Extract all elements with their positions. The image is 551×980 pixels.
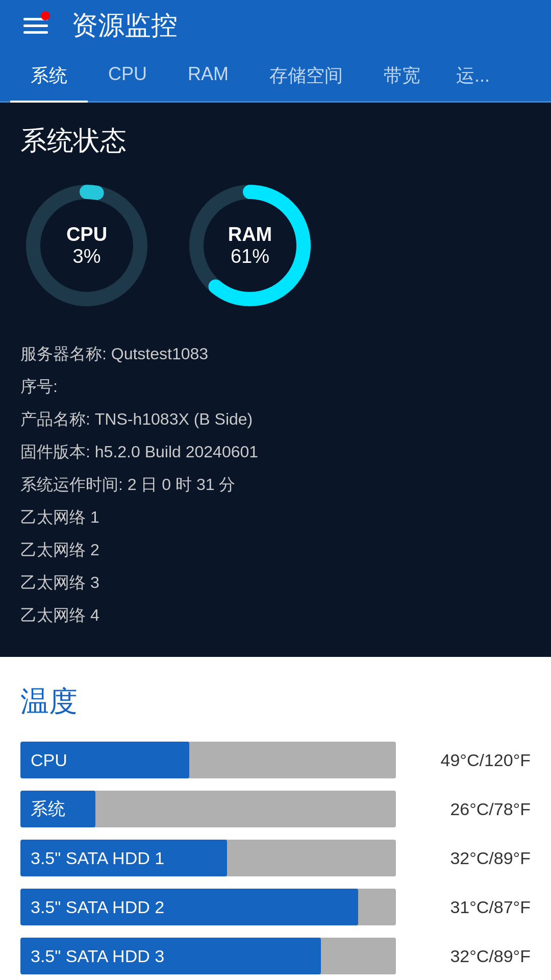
tab-cpu[interactable]: CPU <box>88 51 167 103</box>
temp-bar-fill: CPU <box>20 742 189 778</box>
network-3: 乙太网络 3 <box>20 566 531 599</box>
ram-gauge-value: 61% <box>231 246 269 267</box>
server-name-value: Qutstest1083 <box>111 345 208 363</box>
temp-bar-fill: 系统 <box>20 791 95 827</box>
tab-ram[interactable]: RAM <box>167 51 249 103</box>
temp-row: 3.5" SATA HDD 231°C/87°F <box>20 889 531 925</box>
cpu-gauge: CPU 3% <box>20 179 153 312</box>
temperature-section: 温度 CPU49°C/120°F系统26°C/78°F3.5" SATA HDD… <box>0 657 551 980</box>
product-label: 产品名称: <box>20 410 90 428</box>
temp-bar-fill: 3.5" SATA HDD 1 <box>20 840 227 876</box>
temp-value: 31°C/87°F <box>408 897 531 917</box>
temp-bar-container: 3.5" SATA HDD 3 <box>20 938 396 974</box>
temp-row: 系统26°C/78°F <box>20 791 531 827</box>
firmware-row: 固件版本: h5.2.0 Build 20240601 <box>20 435 531 468</box>
tab-storage[interactable]: 存储空间 <box>249 51 363 103</box>
ram-gauge: RAM 61% <box>184 179 316 312</box>
header: 资源监控 <box>0 0 551 51</box>
network-4: 乙太网络 4 <box>20 599 531 631</box>
product-row: 产品名称: TNS-h1083X (B Side) <box>20 403 531 435</box>
system-info: 服务器名称: Qutstest1083 序号: 产品名称: TNS-h1083X… <box>20 337 531 631</box>
notification-dot <box>41 11 50 20</box>
temp-bar-container: 系统 <box>20 791 396 827</box>
uptime-value: 2 日 0 时 31 分 <box>128 475 236 494</box>
server-name-row: 服务器名称: Qutstest1083 <box>20 337 531 370</box>
tab-more[interactable]: 运... <box>441 51 505 101</box>
temperature-rows: CPU49°C/120°F系统26°C/78°F3.5" SATA HDD 13… <box>20 742 531 974</box>
tab-bar: 系统 CPU RAM 存储空间 带宽 运... <box>0 51 551 103</box>
product-value: TNS-h1083X (B Side) <box>95 410 253 428</box>
temp-value: 26°C/78°F <box>408 799 531 819</box>
temp-row: 3.5" SATA HDD 132°C/89°F <box>20 840 531 876</box>
temp-bar-label: 3.5" SATA HDD 2 <box>31 897 164 917</box>
uptime-label: 系统运作时间: <box>20 475 123 494</box>
ram-gauge-name: RAM <box>228 224 272 246</box>
temp-bar-label: 系统 <box>31 797 65 821</box>
cpu-gauge-name: CPU <box>66 224 107 246</box>
menu-button[interactable] <box>20 10 51 41</box>
cpu-gauge-label: CPU 3% <box>66 224 107 267</box>
temp-value: 49°C/120°F <box>408 750 531 770</box>
temp-bar-container: 3.5" SATA HDD 2 <box>20 889 396 925</box>
temperature-title: 温度 <box>20 682 531 721</box>
temp-bar-fill: 3.5" SATA HDD 3 <box>20 938 321 974</box>
gauges-row: CPU 3% RAM 61% <box>20 179 531 312</box>
server-name-label: 服务器名称: <box>20 345 107 363</box>
temp-bar-label: 3.5" SATA HDD 3 <box>31 946 164 966</box>
tab-system[interactable]: 系统 <box>10 51 88 103</box>
temp-bar-label: 3.5" SATA HDD 1 <box>31 848 164 868</box>
temp-value: 32°C/89°F <box>408 946 531 966</box>
app-title: 资源监控 <box>71 8 178 43</box>
temp-value: 32°C/89°F <box>408 848 531 868</box>
network-1: 乙太网络 1 <box>20 501 531 533</box>
temp-bar-label: CPU <box>31 750 67 770</box>
tab-bandwidth[interactable]: 带宽 <box>363 51 441 103</box>
system-status-title: 系统状态 <box>20 123 531 159</box>
temp-row: 3.5" SATA HDD 332°C/89°F <box>20 938 531 974</box>
firmware-label: 固件版本: <box>20 443 90 461</box>
network-2: 乙太网络 2 <box>20 533 531 566</box>
serial-row: 序号: <box>20 370 531 403</box>
serial-label: 序号: <box>20 377 58 396</box>
temp-bar-container: CPU <box>20 742 396 778</box>
temp-bar-container: 3.5" SATA HDD 1 <box>20 840 396 876</box>
temp-row: CPU49°C/120°F <box>20 742 531 778</box>
temp-bar-fill: 3.5" SATA HDD 2 <box>20 889 358 925</box>
firmware-value: h5.2.0 Build 20240601 <box>95 443 258 461</box>
ram-gauge-label: RAM 61% <box>228 224 272 267</box>
cpu-gauge-value: 3% <box>73 246 101 267</box>
uptime-row: 系统运作时间: 2 日 0 时 31 分 <box>20 468 531 501</box>
system-status-section: 系统状态 CPU 3% RAM 61% <box>0 103 551 657</box>
